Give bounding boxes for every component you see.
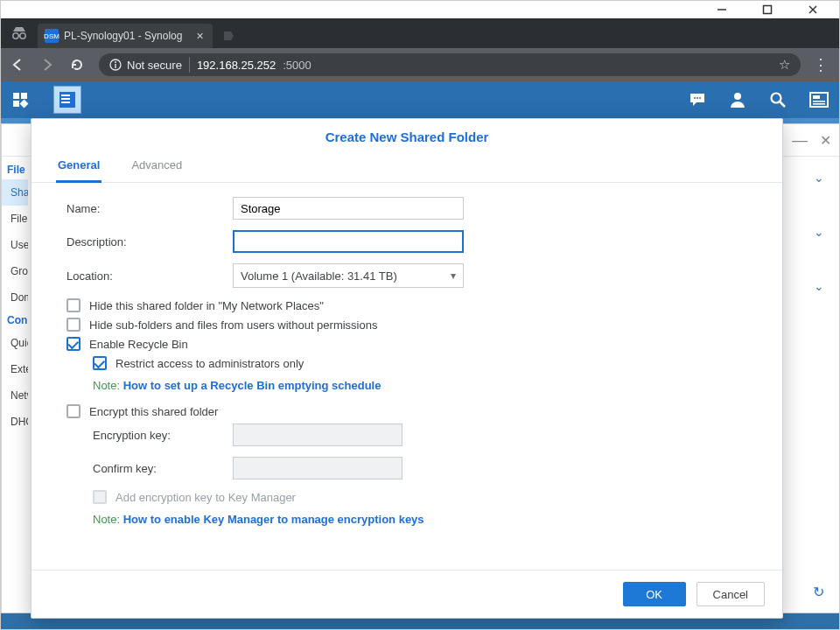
svg-point-18 [694,97,696,99]
svg-rect-10 [13,93,19,99]
reload-button[interactable] [69,57,87,73]
name-input[interactable] [233,197,464,220]
control-panel-close-icon[interactable]: ✕ [820,132,831,149]
browser-menu-button[interactable]: ⋮ [813,55,830,74]
svg-rect-1 [764,6,772,14]
label-location: Location: [66,270,233,283]
checkbox-label-encrypt-folder: Encrypt this shared folder [89,405,218,418]
sidebar-item-external-access[interactable]: External Access [2,356,28,382]
chevron-down-icon[interactable]: ⌄ [814,225,824,239]
svg-rect-15 [61,94,70,96]
dsm-search-icon[interactable] [769,91,787,108]
browser-toolbar: Not secure 192.168.25.252:5000 ☆ ⋮ [1,48,839,81]
bookmark-star-icon[interactable]: ☆ [779,57,790,73]
dropdown-caret-icon: ▾ [451,270,456,282]
address-bar[interactable]: Not secure 192.168.25.252:5000 ☆ [99,53,801,76]
svg-rect-25 [813,95,820,99]
description-input[interactable] [233,230,464,253]
svg-point-8 [115,61,116,63]
dsm-topbar [1,81,839,118]
dsm-dashboard-icon[interactable] [11,91,29,108]
ok-button[interactable]: OK [623,582,686,606]
checkbox-enable-recycle-bin[interactable] [66,337,80,351]
os-close-button[interactable] [808,4,834,15]
svg-rect-13 [20,100,29,108]
checkbox-hide-subfolders[interactable] [66,318,80,332]
svg-rect-17 [61,102,70,103]
svg-rect-27 [813,103,825,105]
svg-line-23 [780,102,786,108]
note-label: Note: [93,513,120,526]
label-encryption-key: Encryption key: [93,429,233,442]
sidebar-item-dhcp[interactable]: DHCP Server [2,409,28,435]
sidebar-item-domain[interactable]: Domain/LDAP [2,284,28,311]
tab-favicon: DSM [45,29,59,43]
sidebar-item-file-services[interactable]: File Services [2,206,28,232]
control-panel-minimize-icon[interactable]: — [792,131,808,150]
svg-rect-26 [813,101,825,102]
checkbox-label-hide-subfolders: Hide sub-folders and files from users wi… [89,318,377,332]
checkbox-hide-my-network[interactable] [66,298,80,312]
back-button[interactable] [10,57,27,73]
cancel-button[interactable]: Cancel [696,582,765,606]
browser-tabstrip: DSM PL-Synology01 - Synolog × [1,18,839,48]
os-minimize-button[interactable] [717,4,743,15]
sidebar-item-user[interactable]: User [2,232,28,258]
browser-tab[interactable]: DSM PL-Synology01 - Synolog × [38,24,213,48]
confirm-key-input [233,457,402,480]
url-host: 192.168.25.252 [197,59,276,72]
svg-rect-11 [21,93,27,99]
checkbox-label-restrict-admins: Restrict access to administrators only [116,357,304,370]
dsm-user-icon[interactable] [729,91,746,108]
svg-point-20 [699,97,701,99]
sidebar-item-group[interactable]: Group [2,258,28,284]
checkbox-add-key-manager [93,490,107,504]
dsm-taskbar-app-icon[interactable] [53,86,81,114]
tab-advanced[interactable]: Advanced [130,151,184,182]
dsm-chat-icon[interactable] [689,91,706,108]
link-recycle-bin-schedule[interactable]: How to set up a Recycle Bin emptying sch… [123,379,382,392]
dsm-widgets-icon[interactable] [809,92,829,108]
chevron-down-icon[interactable]: ⌄ [814,279,824,293]
checkbox-label-enable-recycle-bin: Enable Recycle Bin [89,338,188,351]
refresh-icon[interactable]: ↻ [813,584,824,600]
svg-point-21 [734,93,741,100]
os-window-controls [1,1,839,18]
new-tab-button[interactable] [218,25,239,46]
checkbox-encrypt-folder[interactable] [66,404,80,418]
dialog-title: Create New Shared Folder [32,119,782,151]
chevron-down-icon[interactable]: ⌄ [814,171,824,185]
svg-point-4 [13,33,18,38]
label-confirm-key: Confirm key: [93,462,233,475]
svg-rect-12 [13,101,19,107]
svg-point-22 [772,94,781,103]
svg-rect-9 [115,64,116,68]
forward-button[interactable] [39,57,57,73]
sidebar-header-file-sharing: File Sharing [2,160,28,179]
location-select-value: Volume 1 (Available: 31.41 TB) [241,270,397,283]
info-icon [109,59,122,71]
location-select[interactable]: Volume 1 (Available: 31.41 TB) ▾ [233,263,464,288]
sidebar-item-network[interactable]: Network [2,382,28,409]
svg-rect-16 [61,98,70,100]
control-panel-sidebar: File Sharing Shared Folder File Services… [2,157,28,613]
link-key-manager[interactable]: How to enable Key Manager to manage encr… [123,513,424,526]
label-description: Description: [66,235,233,248]
tab-close-icon[interactable]: × [196,29,203,43]
viewport: DSM PL-Synology01 - Synolog × Not secure… [0,0,840,630]
checkbox-label-add-key-manager: Add encryption key to Key Manager [116,491,296,504]
label-name: Name: [66,202,233,215]
checkbox-restrict-admins[interactable] [93,356,107,370]
dialog-tabs: General Advanced [32,151,782,183]
not-secure-label: Not secure [127,59,182,72]
svg-point-19 [696,97,698,99]
sidebar-item-quickconnect[interactable]: QuickConnect [2,330,28,356]
checkbox-label-hide-my-network: Hide this shared folder in "My Network P… [89,299,324,312]
dialog-body: Name: Description: Location: Volume 1 (A… [32,183,782,570]
not-secure-indicator[interactable]: Not secure [109,59,182,72]
os-maximize-button[interactable] [762,4,788,15]
svg-point-5 [20,33,25,38]
sidebar-item-shared-folder[interactable]: Shared Folder [2,179,28,206]
tab-general[interactable]: General [56,151,102,183]
create-shared-folder-dialog: Create New Shared Folder General Advance… [31,118,783,619]
